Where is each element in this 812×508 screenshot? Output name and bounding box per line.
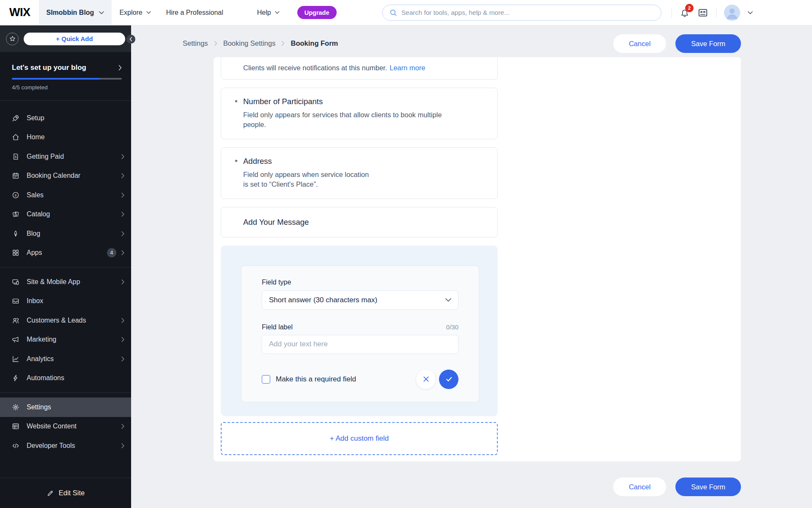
sidebar-item-site-mobile-app[interactable]: Site & Mobile App (0, 272, 131, 292)
sidebar-item-home[interactable]: Home (0, 128, 131, 147)
close-icon (422, 375, 430, 383)
chevron-down-icon[interactable] (748, 11, 753, 14)
sidebar-item-marketing[interactable]: Marketing (0, 330, 131, 350)
save-form-button-bottom[interactable]: Save Form (675, 478, 741, 496)
sidebar-item-label: Getting Paid (27, 153, 64, 160)
wix-dashboard-page: WIX SImobbin Blog Explore Hire a Profess… (0, 0, 812, 508)
site-selector[interactable]: SImobbin Blog (39, 0, 112, 25)
chevron-right-icon (214, 41, 217, 46)
upgrade-button[interactable]: Upgrade (297, 6, 337, 19)
sidebar-item-setup[interactable]: Setup (0, 108, 131, 128)
customers-icon (11, 316, 20, 325)
chevron-down-icon (445, 298, 451, 302)
chevron-right-icon (121, 356, 124, 362)
divider (672, 8, 672, 18)
message-field-card[interactable]: Add Your Message (221, 207, 498, 237)
address-field-card[interactable]: * Address Field only appears when servic… (221, 147, 498, 199)
field-label-label: Field label (262, 323, 293, 331)
char-counter: 0/30 (446, 323, 458, 331)
sidebar-item-catalog[interactable]: Catalog (0, 205, 131, 224)
setup-banner-title: Let's set up your blog (12, 64, 86, 72)
required-checkbox[interactable] (262, 375, 270, 384)
add-custom-field-button[interactable]: + Add custom field (221, 422, 498, 455)
custom-field-editor: Field type Short answer (30 characters m… (221, 246, 498, 416)
sidebar-item-label: Website Content (27, 422, 77, 430)
wix-logo[interactable]: WIX (9, 6, 30, 19)
field-description-line: Field only appears when service location (243, 170, 485, 179)
sidebar-item-label: Catalog (27, 210, 50, 218)
sidebar-item-label: Setup (27, 114, 44, 122)
sidebar-item-apps[interactable]: Apps 4 (0, 243, 131, 263)
sidebar-item-label: Home (27, 133, 45, 141)
chevron-down-icon (146, 11, 151, 14)
participants-field-card[interactable]: * Number of Participants Field only appe… (221, 88, 498, 139)
nav-help[interactable]: Help (257, 9, 280, 17)
sidebar-footer: Edit Site (0, 478, 131, 508)
pencil-icon (47, 489, 54, 497)
nav-hire-a-professional[interactable]: Hire a Professional (166, 9, 223, 17)
field-title: Number of Participants (243, 97, 485, 106)
avatar[interactable] (724, 5, 740, 21)
getting-paid-icon: $ (11, 152, 20, 161)
edit-site-label: Edit Site (59, 489, 85, 497)
devices-icon (11, 278, 20, 286)
sales-icon: $ (11, 191, 20, 199)
setup-banner-link[interactable]: Let's set up your blog (12, 64, 122, 72)
sidebar-item-label: Inbox (27, 297, 43, 305)
breadcrumb-booking-settings[interactable]: Booking Settings (223, 39, 276, 47)
chevron-right-icon (121, 173, 124, 178)
chevron-down-icon (275, 11, 280, 14)
favorites-button[interactable] (6, 33, 19, 45)
cancel-field-button[interactable] (416, 370, 436, 389)
breadcrumb-settings[interactable]: Settings (183, 39, 208, 47)
main-content: Settings Booking Settings Booking Form C… (131, 25, 812, 508)
sidebar-item-getting-paid[interactable]: $ Getting Paid (0, 147, 131, 166)
calendar-icon (11, 171, 20, 180)
field-type-value: Short answer (30 characters max) (269, 296, 377, 304)
lightning-icon (11, 374, 20, 382)
sidebar-item-analytics[interactable]: Analytics (0, 349, 131, 369)
notifications-button[interactable]: 2 (680, 7, 690, 19)
learn-more-link[interactable]: Learn more (390, 64, 425, 72)
phone-number-card: Clients will receive notifications at th… (221, 57, 498, 80)
field-type-label: Field type (262, 279, 458, 286)
search-icon (390, 9, 397, 17)
quick-add-button[interactable]: + Quick Add (24, 33, 125, 45)
chevron-right-icon (121, 154, 124, 159)
sidebar-item-inbox[interactable]: Inbox (0, 292, 131, 311)
megaphone-icon (11, 335, 20, 344)
required-marker: * (235, 158, 238, 167)
footer-actions: Cancel Save Form (613, 478, 741, 496)
star-icon (9, 36, 16, 42)
sidebar-item-booking-calendar[interactable]: Booking Calendar (0, 166, 131, 186)
sidebar-item-website-content[interactable]: Website Content (0, 417, 131, 436)
search-input[interactable] (401, 9, 654, 17)
nav-explore[interactable]: Explore (119, 9, 151, 17)
confirm-field-button[interactable] (439, 370, 458, 389)
chevron-right-icon (121, 231, 124, 236)
edit-site-button[interactable]: Edit Site (0, 478, 131, 508)
save-form-button[interactable]: Save Form (675, 34, 741, 53)
sidebar-item-sales[interactable]: $ Sales (0, 185, 131, 205)
sidebar-item-label: Customers & Leads (27, 317, 86, 324)
sidebar-item-automations[interactable]: Automations (0, 369, 131, 388)
field-description-line: people. (243, 120, 485, 130)
field-type-select[interactable]: Short answer (30 characters max) (262, 290, 458, 310)
sidebar-item-developer-tools[interactable]: Developer Tools (0, 436, 131, 456)
sidebar-collapse-button[interactable] (126, 35, 135, 44)
chevron-right-icon (121, 337, 124, 342)
cancel-button[interactable]: Cancel (613, 34, 666, 53)
field-label-input[interactable] (262, 335, 458, 354)
updates-feed-button[interactable] (697, 8, 708, 18)
apps-count-badge: 4 (107, 248, 116, 257)
cancel-button-bottom[interactable]: Cancel (613, 478, 666, 496)
topbar-icons: 2 (672, 5, 753, 21)
chevron-right-icon (121, 212, 124, 217)
setup-progress-label: 4/5 completed (12, 84, 122, 91)
sidebar-item-settings[interactable]: Settings (0, 398, 131, 417)
sidebar-item-blog[interactable]: Blog (0, 224, 131, 243)
sidebar-item-customers-leads[interactable]: Customers & Leads (0, 311, 131, 330)
rocket-icon (11, 114, 20, 122)
sidebar-item-label: Booking Calendar (27, 172, 80, 179)
nav-hire-label: Hire a Professional (166, 9, 223, 17)
